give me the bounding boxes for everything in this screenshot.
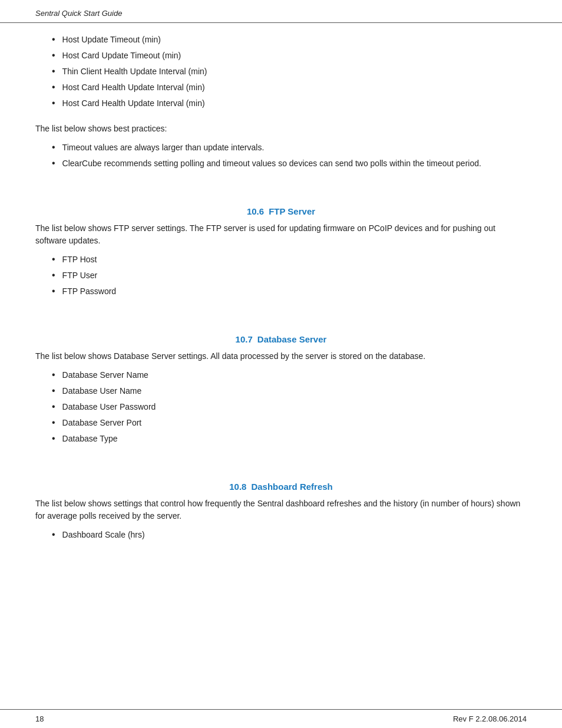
list-item: Host Card Update Timeout (min) — [35, 50, 527, 62]
page: Sentral Quick Start Guide Host Update Ti… — [0, 0, 562, 728]
list-item: Dashboard Scale (hrs) — [35, 529, 527, 541]
section-10-6-heading: 10.6FTP Server — [35, 206, 527, 216]
database-section-body: The list below shows Database Server set… — [35, 350, 527, 363]
dashboard-section-body: The list below shows settings that contr… — [35, 498, 527, 523]
list-item: Database Server Port — [35, 417, 527, 429]
section-10-6-number: 10.6 — [247, 206, 264, 216]
page-footer: 18 Rev F 2.2.08.06.2014 — [0, 709, 562, 728]
list-item: Database Type — [35, 433, 527, 445]
list-item: Timeout values are always larger than up… — [35, 141, 527, 154]
dashboard-bullet-list: Dashboard Scale (hrs) — [35, 529, 527, 541]
list-item: Database Server Name — [35, 369, 527, 381]
section-10-7-title: Database Server — [257, 334, 327, 344]
list-item: Database User Password — [35, 401, 527, 413]
footer-revision: Rev F 2.2.08.06.2014 — [453, 714, 527, 723]
best-practices-list: Timeout values are always larger than up… — [35, 141, 527, 170]
list-item: Thin Client Health Update Interval (min) — [35, 65, 527, 78]
intro-bullet-list: Host Update Timeout (min) Host Card Upda… — [35, 34, 527, 110]
list-item: Host Update Timeout (min) — [35, 34, 527, 46]
footer-page-number: 18 — [35, 714, 44, 723]
list-item: ClearCube recommends setting polling and… — [35, 157, 527, 170]
list-item: Database User Name — [35, 385, 527, 397]
section-10-6-title: FTP Server — [269, 206, 315, 216]
ftp-bullet-list: FTP Host FTP User FTP Password — [35, 253, 527, 298]
header-title: Sentral Quick Start Guide — [35, 9, 122, 18]
list-item: Host Card Health Update Interval (min) — [35, 81, 527, 94]
ftp-section-body: The list below shows FTP server settings… — [35, 222, 527, 248]
page-content: Host Update Timeout (min) Host Card Upda… — [0, 23, 562, 709]
list-item: FTP User — [35, 269, 527, 282]
database-bullet-list: Database Server Name Database User Name … — [35, 369, 527, 445]
list-item: Host Card Health Update Interval (min) — [35, 97, 527, 110]
section-10-8-title: Dashboard Refresh — [251, 482, 332, 492]
list-item: FTP Host — [35, 253, 527, 266]
section-10-7-heading: 10.7Database Server — [35, 334, 527, 344]
section-10-8-heading: 10.8Dashboard Refresh — [35, 482, 527, 492]
page-header: Sentral Quick Start Guide — [0, 0, 562, 23]
list-item: FTP Password — [35, 285, 527, 298]
section-10-7-number: 10.7 — [236, 334, 253, 344]
best-practices-intro: The list below shows best practices: — [35, 123, 527, 136]
section-10-8-number: 10.8 — [229, 482, 246, 492]
